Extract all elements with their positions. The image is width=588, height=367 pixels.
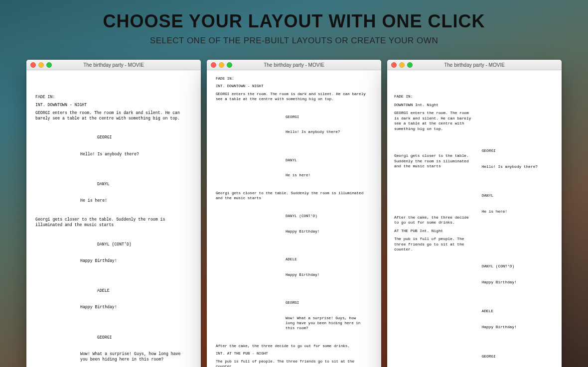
character: GEORGI — [286, 300, 367, 305]
dialogue-column: GEORGI Hello! Is anybody there? DANYL He… — [482, 79, 555, 367]
action: GEORGI enters the room. The room is dark… — [35, 110, 192, 121]
hero-subtitle: SELECT ONE OF THE PRE-BUILT LAYOUTS OR C… — [0, 36, 588, 46]
page-content: FADE IN: INT. DOWNTOWN - NIGHT GEORGI en… — [207, 70, 381, 367]
line: Happy Birthday! — [286, 229, 367, 234]
dialogue: DANYL (CONT'D) Happy Birthday! — [482, 253, 555, 295]
window-row: The birthday party - MOVIE FADE IN: INT.… — [0, 60, 588, 367]
character: DANYL (CONT'D) — [482, 264, 550, 269]
fade-in: FADE IN: — [394, 94, 475, 100]
character: DANYL — [482, 193, 550, 199]
line: He is here! — [286, 173, 367, 178]
page-content: FADE IN: DOWNTOWN Int. Night GEORGI ente… — [387, 70, 562, 367]
titlebar[interactable]: The birthday party - MOVIE — [387, 60, 562, 70]
action: Georgi gets closer to the table. Suddenl… — [394, 153, 475, 169]
window-title: The birthday party - MOVIE — [207, 62, 381, 68]
close-icon[interactable] — [391, 62, 397, 68]
dialogue: DANYL (CONT'D) Happy Birthday! — [216, 204, 372, 245]
action-column: FADE IN: DOWNTOWN Int. Night GEORGI ente… — [394, 79, 475, 367]
dialogue: DANYL He is here! — [482, 183, 555, 225]
action: After the cake, the three decide to go o… — [394, 215, 475, 226]
character: DANYL (CONT'D) — [80, 242, 187, 247]
dialogue: GEORGI Hello! Is anybody there? — [482, 138, 555, 180]
line: Happy Birthday! — [482, 325, 550, 330]
window-layout-2: The birthday party - MOVIE FADE IN: INT.… — [207, 60, 381, 367]
dialogue: ADELE Happy Birthday! — [482, 298, 555, 340]
zoom-icon[interactable] — [46, 62, 52, 68]
dialogue: ADELE Happy Birthday! — [216, 247, 372, 288]
dialogue: DANYL He is here! — [35, 170, 192, 215]
character: GEORGI — [80, 134, 187, 140]
line: Hello! Is anybody there? — [80, 151, 187, 157]
action: The pub is full of people. The three fri… — [216, 359, 372, 367]
scene-heading: DOWNTOWN Int. Night — [394, 103, 475, 108]
line: Wow! What a surprise! Guys, how long hav… — [80, 351, 187, 362]
minimize-icon[interactable] — [219, 62, 224, 68]
scene-heading: INT. DOWNTOWN - NIGHT — [35, 102, 192, 108]
window-title: The birthday party - MOVIE — [26, 62, 201, 68]
line: Hello! Is anybody there? — [482, 164, 550, 170]
window-layout-1: The birthday party - MOVIE FADE IN: INT.… — [26, 60, 201, 367]
action: The pub is full of people. The three fri… — [394, 237, 475, 252]
action: After the cake, the three decide to go o… — [216, 344, 372, 349]
dialogue: DANYL He is here! — [216, 147, 372, 188]
character: GEORGI — [286, 115, 367, 120]
traffic-lights — [391, 62, 413, 68]
hero: CHOOSE YOUR LAYOUT WITH ONE CLICK SELECT… — [0, 0, 588, 46]
zoom-icon[interactable] — [407, 62, 413, 68]
action: GEORGI enters the room. The room is dark… — [216, 92, 372, 102]
character: GEORGI — [482, 148, 550, 154]
line: Happy Birthday! — [80, 304, 187, 310]
dialogue: GEORGI Wow! What a surprise! Guys, how l… — [216, 290, 372, 342]
character: ADELE — [286, 257, 367, 262]
dialogue: DANYL (CONT'D) Happy Birthday! — [35, 230, 192, 274]
character: ADELE — [80, 288, 187, 293]
traffic-lights — [30, 62, 52, 68]
line: He is here! — [482, 209, 550, 215]
zoom-icon[interactable] — [227, 62, 232, 68]
line: He is here! — [80, 198, 187, 203]
character: DANYL (CONT'D) — [286, 214, 367, 219]
fade-in: FADE IN: — [35, 94, 192, 100]
titlebar[interactable]: The birthday party - MOVIE — [26, 60, 201, 70]
character: ADELE — [482, 309, 550, 314]
close-icon[interactable] — [30, 62, 36, 68]
line: Happy Birthday! — [80, 258, 187, 263]
dialogue: GEORGI Wow! What a surprise! Guys, how l… — [35, 323, 192, 367]
action: Georgi gets closer to the table. Suddenl… — [35, 217, 192, 228]
dialogue: GEORGI Hello! Is anybody there? — [216, 104, 372, 145]
titlebar[interactable]: The birthday party - MOVIE — [207, 60, 381, 70]
action: GEORGI enters the room. The room is dark… — [394, 111, 475, 131]
line: Hello! Is anybody there? — [286, 129, 367, 134]
scene-heading: INT. DOWNTOWN - NIGHT — [216, 84, 372, 89]
close-icon[interactable] — [211, 62, 216, 68]
line: Happy Birthday! — [286, 272, 367, 277]
character: DANYL — [286, 158, 367, 163]
character: GEORGI — [80, 335, 187, 340]
window-layout-3: The birthday party - MOVIE FADE IN: DOWN… — [387, 60, 562, 367]
dialogue: GEORGI Hello! Is anybody there? — [35, 123, 192, 168]
character: GEORGI — [482, 354, 550, 360]
scene-heading: AT THE PUB Int. Night — [394, 229, 475, 234]
action: Georgi gets closer to the table. Suddenl… — [216, 191, 372, 201]
dialogue: GEORGI Wow! What a surprise! Guys, how l… — [482, 344, 555, 367]
page-content: FADE IN: INT. DOWNTOWN - NIGHT GEORGI en… — [26, 70, 201, 367]
fade-in: FADE IN: — [216, 76, 372, 81]
minimize-icon[interactable] — [38, 62, 44, 68]
line: Wow! What a surprise! Guys, how long hav… — [286, 316, 367, 331]
character: DANYL — [80, 181, 187, 187]
minimize-icon[interactable] — [399, 62, 405, 68]
dialogue: ADELE Happy Birthday! — [35, 277, 192, 321]
window-title: The birthday party - MOVIE — [387, 62, 562, 68]
hero-title: CHOOSE YOUR LAYOUT WITH ONE CLICK — [0, 11, 588, 32]
scene-heading: INT. AT THE PUB - NIGHT — [216, 351, 372, 356]
line: Happy Birthday! — [482, 280, 550, 285]
traffic-lights — [211, 62, 232, 68]
